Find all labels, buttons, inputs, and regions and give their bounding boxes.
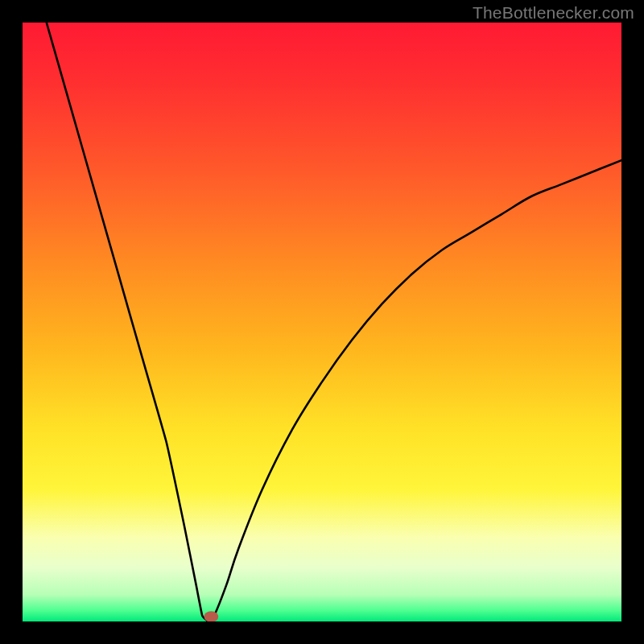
- chart-svg: [23, 23, 621, 621]
- plot-area: [23, 23, 621, 621]
- watermark-text: TheBottlenecker.com: [473, 3, 634, 23]
- chart-frame: TheBottlenecker.com: [0, 0, 644, 644]
- bottleneck-curve: [47, 23, 621, 621]
